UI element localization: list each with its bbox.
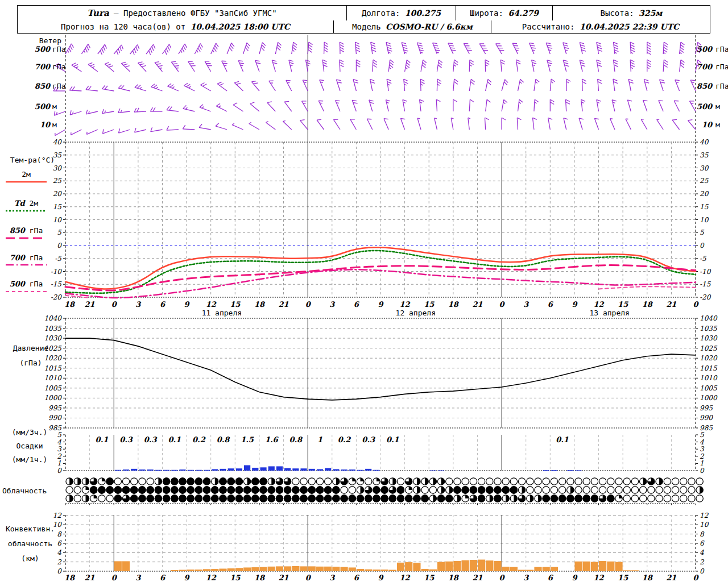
svg-text:21: 21 xyxy=(85,300,95,309)
svg-text:12: 12 xyxy=(400,300,411,309)
svg-text:0: 0 xyxy=(693,573,699,582)
svg-text:0: 0 xyxy=(111,573,118,582)
svg-text:0: 0 xyxy=(305,573,312,582)
svg-text:м: м xyxy=(715,120,720,129)
svg-text:3: 3 xyxy=(135,573,141,582)
svg-text:-15: -15 xyxy=(51,280,63,288)
svg-text:6: 6 xyxy=(548,300,554,309)
svg-text:35: 35 xyxy=(53,151,63,159)
svg-text:13 апреля: 13 апреля xyxy=(589,309,629,317)
svg-text:4: 4 xyxy=(700,548,704,556)
svg-text:0: 0 xyxy=(57,467,62,475)
svg-text:3: 3 xyxy=(329,300,335,309)
svg-text:18: 18 xyxy=(64,573,76,582)
svg-text:6: 6 xyxy=(57,539,62,547)
svg-text:990: 990 xyxy=(48,414,62,422)
meteogram-page: Tura — Предоставлено ФГБУ "ЗапСиб УГМС" … xyxy=(0,0,728,582)
svg-text:0: 0 xyxy=(499,300,506,309)
svg-text:500: 500 xyxy=(35,45,51,53)
svg-text:40: 40 xyxy=(53,138,63,146)
svg-text:21: 21 xyxy=(472,300,482,309)
svg-text:11 апреля: 11 апреля xyxy=(202,309,242,317)
svg-text:0.1: 0.1 xyxy=(386,435,399,444)
svg-text:21: 21 xyxy=(278,300,288,309)
svg-text:2: 2 xyxy=(57,558,62,566)
svg-text:3: 3 xyxy=(523,573,529,582)
svg-text:9: 9 xyxy=(378,300,384,309)
svg-text:-20: -20 xyxy=(51,293,63,301)
svg-text:850: 850 xyxy=(697,82,713,90)
svg-text:1000: 1000 xyxy=(44,394,62,402)
svg-text:995: 995 xyxy=(700,404,713,412)
svg-text:-5: -5 xyxy=(700,255,707,263)
svg-text:30: 30 xyxy=(53,164,63,172)
svg-text:9: 9 xyxy=(378,573,384,582)
svg-text:18: 18 xyxy=(642,573,653,582)
svg-text:0: 0 xyxy=(499,573,506,582)
meteogram-chart: 500гПа500гПа700гПа700гПа850гПа850гПа500м… xyxy=(0,0,728,582)
svg-text:1035: 1035 xyxy=(44,325,62,332)
svg-text:1025: 1025 xyxy=(700,344,718,352)
svg-text:0: 0 xyxy=(700,467,705,475)
svg-text:8: 8 xyxy=(700,530,705,538)
svg-text:15: 15 xyxy=(700,203,709,211)
svg-text:10: 10 xyxy=(700,216,709,224)
svg-text:1035: 1035 xyxy=(700,325,718,332)
svg-text:1020: 1020 xyxy=(700,354,718,362)
svg-text:12: 12 xyxy=(700,512,709,519)
svg-text:гПа: гПа xyxy=(52,45,65,53)
svg-text:18: 18 xyxy=(642,300,653,309)
svg-text:21: 21 xyxy=(85,573,95,582)
svg-text:12: 12 xyxy=(593,300,604,309)
svg-text:12: 12 xyxy=(206,573,217,582)
svg-text:500: 500 xyxy=(697,102,713,111)
svg-text:21: 21 xyxy=(278,573,288,582)
svg-text:12: 12 xyxy=(206,300,217,309)
svg-text:1030: 1030 xyxy=(700,334,718,342)
svg-text:10: 10 xyxy=(700,521,709,529)
svg-text:15: 15 xyxy=(424,573,435,582)
svg-text:0: 0 xyxy=(700,242,705,250)
svg-text:0: 0 xyxy=(693,300,699,309)
svg-text:0: 0 xyxy=(57,567,62,575)
svg-text:15: 15 xyxy=(618,300,628,309)
svg-text:6: 6 xyxy=(354,573,360,582)
svg-text:20: 20 xyxy=(700,190,709,198)
svg-text:1015: 1015 xyxy=(44,364,62,372)
svg-text:25: 25 xyxy=(700,177,709,185)
svg-text:гПа: гПа xyxy=(715,45,728,53)
svg-text:6: 6 xyxy=(160,300,166,309)
svg-text:3: 3 xyxy=(135,300,141,309)
svg-text:700: 700 xyxy=(35,63,51,71)
svg-text:0: 0 xyxy=(700,567,705,575)
svg-text:0.3: 0.3 xyxy=(144,435,158,444)
svg-text:25: 25 xyxy=(53,177,63,185)
svg-text:0.3: 0.3 xyxy=(119,435,133,444)
svg-text:0.1: 0.1 xyxy=(556,435,569,444)
svg-text:1015: 1015 xyxy=(700,364,718,372)
svg-text:1030: 1030 xyxy=(44,334,62,342)
svg-text:6: 6 xyxy=(160,573,166,582)
svg-text:1: 1 xyxy=(317,435,322,444)
svg-text:0: 0 xyxy=(305,300,312,309)
svg-text:30: 30 xyxy=(700,164,709,172)
svg-text:12: 12 xyxy=(53,512,63,519)
svg-text:9: 9 xyxy=(184,300,191,309)
svg-text:12 апреля: 12 апреля xyxy=(396,309,436,317)
svg-text:1040: 1040 xyxy=(700,314,718,322)
svg-text:гПа: гПа xyxy=(52,63,65,71)
svg-text:0.1: 0.1 xyxy=(96,435,109,444)
svg-text:21: 21 xyxy=(666,300,676,309)
svg-text:8: 8 xyxy=(57,530,62,538)
svg-text:1010: 1010 xyxy=(44,374,62,382)
svg-text:9: 9 xyxy=(184,573,191,582)
svg-text:гПа: гПа xyxy=(52,82,65,90)
svg-text:0.2: 0.2 xyxy=(192,435,206,444)
svg-text:6: 6 xyxy=(548,573,554,582)
svg-text:10: 10 xyxy=(53,216,63,224)
svg-text:5: 5 xyxy=(57,228,62,236)
svg-text:12: 12 xyxy=(400,573,411,582)
svg-text:15: 15 xyxy=(424,300,435,309)
svg-text:1010: 1010 xyxy=(700,374,718,382)
svg-text:0: 0 xyxy=(57,242,62,250)
